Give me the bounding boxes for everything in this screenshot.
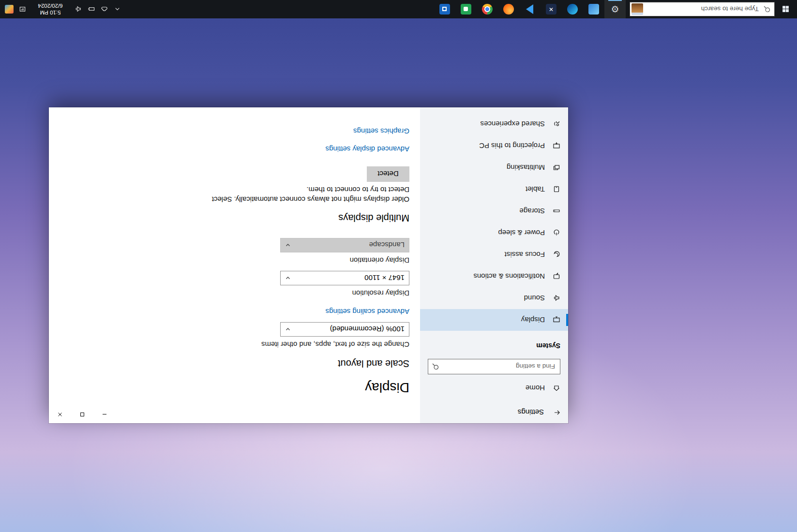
gear-icon: ⚙ (611, 5, 619, 14)
clock-time: 5:10 PM (29, 9, 72, 16)
find-a-setting-input[interactable] (443, 363, 560, 371)
sidebar-item-storage[interactable]: Storage (420, 200, 568, 222)
minimize-icon (102, 412, 107, 417)
window-controls (49, 406, 116, 423)
graphics-settings-link[interactable]: Graphics settings (49, 126, 409, 136)
taskbar: ⚙ ✕ 5:10 PM (0, 0, 797, 18)
advanced-display-link[interactable]: Advanced display settings (49, 144, 409, 154)
home-label: Home (526, 384, 545, 393)
detect-button[interactable]: Detect (367, 166, 409, 182)
sidebar-nav: Display Sound Notifications & actions Fo… (420, 113, 568, 331)
power-icon (553, 229, 560, 237)
multiple-displays-heading: Multiple displays (49, 212, 409, 224)
nav-label: Projecting to this PC (479, 142, 545, 150)
search-highlight-icon[interactable] (632, 3, 643, 15)
tablet-icon (553, 186, 560, 193)
sidebar-item-focus-assist[interactable]: Focus assist (420, 244, 568, 266)
chrome-taskbar-icon[interactable] (477, 0, 498, 18)
sidebar-item-multitasking[interactable]: Multitasking (420, 157, 568, 178)
green-app-taskbar-icon[interactable] (455, 0, 477, 18)
action-center-icon (19, 6, 26, 13)
chrome-icon (482, 4, 493, 15)
taskbar-search-box (630, 2, 775, 16)
sidebar-item-sound[interactable]: Sound (420, 287, 568, 309)
window-title: Settings (518, 409, 544, 417)
nav-label: Notifications & actions (473, 272, 545, 281)
advanced-scaling-link[interactable]: Advanced scaling settings (49, 307, 409, 316)
page-title: Display (49, 380, 409, 395)
blue-app-taskbar-icon[interactable] (434, 0, 455, 18)
sidebar-titlebar: Settings (420, 402, 568, 423)
close-button[interactable] (49, 406, 71, 423)
sidebar-item-projecting[interactable]: Projecting to this PC (420, 135, 568, 157)
scale-dropdown[interactable]: 100% (Recommended) (280, 322, 409, 337)
photos-taskbar-icon[interactable] (583, 0, 604, 18)
hidden-icons-button[interactable] (111, 0, 124, 18)
start-button[interactable] (775, 0, 797, 18)
app-x-taskbar-icon[interactable]: ✕ (541, 0, 562, 18)
pinned-apps: ⚙ ✕ (434, 0, 626, 18)
maximize-icon (80, 412, 85, 417)
chevron-down-icon (285, 275, 291, 281)
edge-icon (567, 4, 578, 15)
search-icon (428, 363, 443, 370)
sidebar-item-tablet[interactable]: Tablet (420, 178, 568, 200)
scale-and-layout-heading: Scale and layout (49, 357, 409, 370)
cloud-icon (101, 6, 108, 13)
chevron-down-icon (285, 242, 291, 248)
find-a-setting-box (428, 359, 560, 374)
sidebar-item-home[interactable]: Home (420, 379, 568, 398)
nav-label: Focus assist (505, 251, 545, 259)
back-button[interactable] (546, 402, 568, 423)
tray-app-button[interactable] (3, 0, 16, 18)
media-player-taskbar-icon[interactable] (519, 0, 541, 18)
green-app-icon (461, 4, 471, 15)
orientation-dropdown-value: Landscape (369, 241, 405, 250)
settings-taskbar-icon[interactable]: ⚙ (604, 0, 626, 18)
blue-app-icon (439, 4, 450, 15)
settings-content: Display Scale and layout Change the size… (49, 107, 420, 423)
sidebar-item-shared-experiences[interactable]: Shared experiences (420, 113, 568, 135)
settings-window: Settings Home System Display (49, 107, 568, 423)
sidebar-item-power-sleep[interactable]: Power & sleep (420, 222, 568, 244)
nav-label: Shared experiences (481, 120, 545, 128)
volume-tray-icon[interactable] (72, 0, 85, 18)
edge-taskbar-icon[interactable] (562, 0, 583, 18)
shared-experiences-icon (553, 120, 560, 128)
orientation-dropdown[interactable]: Landscape (280, 238, 409, 252)
firefox-icon (503, 4, 514, 15)
moon-icon (553, 251, 560, 259)
firefox-taskbar-icon[interactable] (498, 0, 519, 18)
display-icon (553, 316, 560, 324)
resolution-label: Display resolution (49, 288, 409, 298)
home-icon (553, 384, 560, 392)
nav-label: Storage (519, 207, 545, 215)
back-arrow-icon (553, 409, 561, 416)
storage-icon (553, 207, 560, 215)
nav-label: Display (521, 316, 545, 324)
notifications-icon (553, 273, 560, 281)
action-center-button[interactable] (16, 0, 29, 18)
maximize-button[interactable] (71, 406, 93, 423)
system-tray: 5:10 PM 6/20/2024 (0, 0, 124, 18)
battery-tray-icon[interactable] (85, 0, 98, 18)
sidebar-item-display[interactable]: Display (420, 309, 568, 331)
sidebar-item-notifications[interactable]: Notifications & actions (420, 266, 568, 287)
settings-sidebar: Settings Home System Display (420, 107, 568, 423)
close-icon (58, 412, 62, 417)
nav-label: Sound (524, 294, 545, 302)
nav-label: Power & sleep (498, 229, 545, 237)
tray-app-icon (5, 5, 14, 14)
taskbar-clock[interactable]: 5:10 PM 6/20/2024 (29, 2, 72, 16)
minimize-button[interactable] (93, 406, 116, 423)
onedrive-tray-icon[interactable] (98, 0, 111, 18)
taskbar-search-input[interactable] (643, 5, 760, 14)
resolution-dropdown[interactable]: 797 × 532 (280, 271, 409, 285)
sound-icon (553, 295, 560, 302)
orientation-label: Display orientation (49, 255, 409, 265)
sidebar-section-label: System (420, 342, 560, 350)
play-icon (526, 4, 534, 14)
photos-icon (588, 4, 599, 15)
windows-logo-icon (782, 5, 790, 14)
display-page: Display Scale and layout Change the size… (49, 126, 420, 423)
